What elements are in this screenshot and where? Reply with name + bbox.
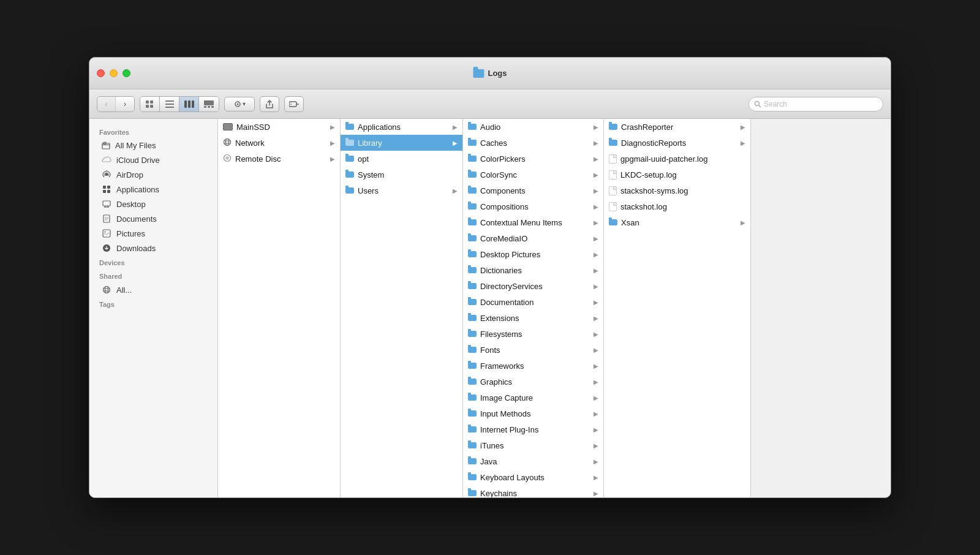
svg-line-19 xyxy=(759,105,761,107)
col3-audio[interactable]: Audio▶ xyxy=(463,119,603,135)
col3-colorsync[interactable]: ColorSync▶ xyxy=(463,167,603,183)
network-globe-icon xyxy=(223,138,232,148)
sidebar-item-all-my-files[interactable]: All My Files xyxy=(92,138,215,153)
col3-graphics[interactable]: Graphics▶ xyxy=(463,374,603,390)
folder-icon xyxy=(468,395,477,401)
col4-xsan[interactable]: Xsan ▶ xyxy=(604,214,750,230)
column-view-button[interactable] xyxy=(179,97,199,111)
sidebar-item-pictures[interactable]: Pictures xyxy=(92,226,215,241)
col3-colorpickers[interactable]: ColorPickers▶ xyxy=(463,151,603,167)
col3-dictionaries[interactable]: Dictionaries▶ xyxy=(463,262,603,278)
col3-image-capture[interactable]: Image Capture▶ xyxy=(463,390,603,406)
list-view-button[interactable] xyxy=(160,97,179,111)
svg-rect-1 xyxy=(150,100,153,104)
share-button[interactable] xyxy=(260,96,279,112)
col3-contextual-menu-items[interactable]: Contextual Menu Items▶ xyxy=(463,214,603,230)
arrange-button[interactable]: ▾ xyxy=(224,97,255,111)
col3-components[interactable]: Components▶ xyxy=(463,183,603,198)
col3-keychains[interactable]: Keychains▶ xyxy=(463,485,603,497)
svg-rect-13 xyxy=(211,106,214,108)
col2-library[interactable]: Library ▶ xyxy=(341,135,462,151)
minimize-button[interactable] xyxy=(110,69,118,77)
col3-caches[interactable]: Caches▶ xyxy=(463,135,603,151)
col3-internet-plugins[interactable]: Internet Plug-Ins▶ xyxy=(463,421,603,437)
devices-label: Devices xyxy=(89,255,217,269)
col2-users[interactable]: Users ▶ xyxy=(341,183,462,198)
svg-point-44 xyxy=(226,138,229,145)
col3-coremediaio[interactable]: CoreMediaIO▶ xyxy=(463,230,603,246)
arrange-arrow-icon: ▾ xyxy=(243,100,246,107)
icon-view-button[interactable] xyxy=(140,97,160,111)
list-view-icon xyxy=(165,100,174,108)
col3-keyboard-layouts[interactable]: Keyboard Layouts▶ xyxy=(463,469,603,485)
column-4: CrashReporter ▶ DiagnosticReports ▶ gpgm… xyxy=(604,119,751,497)
col4-gpgmail-log[interactable]: gpgmail-uuid-patcher.log xyxy=(604,151,750,167)
traffic-lights xyxy=(97,69,130,77)
col3-filesystems[interactable]: Filesystems▶ xyxy=(463,326,603,342)
col2-users-label: Users xyxy=(358,186,379,195)
col3-fonts[interactable]: Fonts▶ xyxy=(463,342,603,358)
col3-java[interactable]: Java▶ xyxy=(463,453,603,469)
nav-buttons: ‹ › xyxy=(97,96,135,112)
col2-applications-label: Applications xyxy=(358,123,401,132)
globe-icon xyxy=(102,285,111,295)
col4-stackshot-log[interactable]: stackshot.log xyxy=(604,198,750,214)
col1-remote-disc[interactable]: Remote Disc ▶ xyxy=(218,151,340,167)
col3-itunes[interactable]: iTunes▶ xyxy=(463,437,603,453)
close-button[interactable] xyxy=(97,69,105,77)
svg-rect-20 xyxy=(102,143,110,149)
svg-rect-3 xyxy=(150,105,153,108)
tag-button[interactable] xyxy=(284,96,304,112)
svg-rect-12 xyxy=(208,106,210,108)
maximize-button[interactable] xyxy=(123,69,130,77)
col3-compositions[interactable]: Compositions▶ xyxy=(463,198,603,214)
svg-rect-5 xyxy=(165,104,174,105)
col4-crashreporter[interactable]: CrashReporter ▶ xyxy=(604,119,750,135)
col2-users-arrow: ▶ xyxy=(453,187,458,194)
col3-directoryservices[interactable]: DirectoryServices▶ xyxy=(463,278,603,294)
svg-rect-21 xyxy=(102,145,110,145)
back-button[interactable]: ‹ xyxy=(97,97,116,111)
col2-opt-icon xyxy=(345,156,354,162)
col3-frameworks[interactable]: Frameworks▶ xyxy=(463,358,603,374)
sidebar-item-airdrop[interactable]: AirDrop xyxy=(92,167,215,182)
title-text: Logs xyxy=(488,69,507,78)
file-icon xyxy=(609,186,617,195)
sidebar-item-documents[interactable]: Documents xyxy=(92,211,215,226)
col2-applications-arrow: ▶ xyxy=(453,124,458,130)
col3-input-methods[interactable]: Input Methods▶ xyxy=(463,406,603,421)
sidebar-item-all-shared[interactable]: All... xyxy=(92,282,215,297)
sidebar-item-applications[interactable]: Applications xyxy=(92,182,215,197)
col4-diagnosticreports[interactable]: DiagnosticReports ▶ xyxy=(604,135,750,151)
forward-icon: › xyxy=(124,100,126,108)
svg-point-49 xyxy=(227,157,227,158)
forward-button[interactable]: › xyxy=(116,97,134,111)
svg-rect-24 xyxy=(103,186,106,189)
col3-documentation[interactable]: Documentation▶ xyxy=(463,294,603,310)
svg-point-39 xyxy=(104,287,110,293)
folder-icon xyxy=(468,442,477,448)
gallery-view-button[interactable] xyxy=(199,97,219,111)
folder-icon xyxy=(468,235,477,241)
harddisk-icon xyxy=(223,123,233,130)
desktop-icon xyxy=(102,199,111,209)
col2-opt[interactable]: opt xyxy=(341,151,462,167)
col1-mainssd-arrow: ▶ xyxy=(330,124,335,130)
sidebar-item-icloud-drive[interactable]: iCloud Drive xyxy=(92,153,215,167)
col4-lkdc-log[interactable]: LKDC-setup.log xyxy=(604,167,750,183)
sidebar-item-desktop[interactable]: Desktop xyxy=(92,197,215,211)
col3-desktop-pictures[interactable]: Desktop Pictures▶ xyxy=(463,246,603,262)
col2-system[interactable]: System xyxy=(341,167,462,183)
col2-applications[interactable]: Applications ▶ xyxy=(341,119,462,135)
folder-icon xyxy=(468,410,477,417)
svg-rect-10 xyxy=(204,100,214,105)
column-browser: MainSSD ▶ Network ▶ Remote Disc ▶ xyxy=(218,119,891,497)
sidebar-item-downloads[interactable]: Downloads xyxy=(92,241,215,255)
col3-extensions[interactable]: Extensions▶ xyxy=(463,310,603,326)
disc-icon xyxy=(223,154,232,164)
col1-network[interactable]: Network ▶ xyxy=(218,135,340,151)
all-shared-label: All... xyxy=(116,285,132,295)
col4-stackshot-syms-log[interactable]: stackshot-syms.log xyxy=(604,183,750,198)
col1-mainssd[interactable]: MainSSD ▶ xyxy=(218,119,340,135)
search-box[interactable]: Search xyxy=(748,97,883,111)
